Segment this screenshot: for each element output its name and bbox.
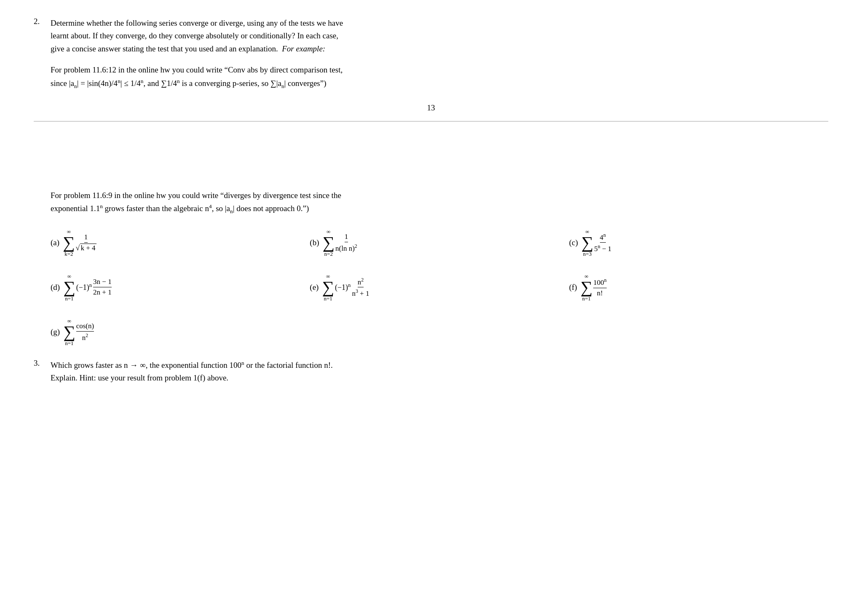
series-c-fraction: 4n 5n − 1 bbox=[594, 232, 611, 253]
spacer bbox=[34, 130, 828, 181]
series-row-3: (g) ∞ ∑ n=1 cos(n) n2 bbox=[51, 318, 828, 346]
series-item-e: (e) ∞ ∑ n=1 (−1)n n2 n3 + 1 bbox=[310, 273, 569, 301]
sup-n4: n bbox=[177, 78, 180, 84]
series-g-fraction: cos(n) n2 bbox=[76, 322, 94, 342]
problem-3-number: 3. bbox=[34, 359, 40, 367]
series-e-sigma: ∞ ∑ n=1 bbox=[322, 273, 334, 301]
series-label-b: (b) bbox=[310, 238, 319, 247]
problem-3-line1: Which grows faster as n → ∞, the exponen… bbox=[51, 359, 828, 372]
sup-n2: n bbox=[118, 78, 120, 84]
series-d-sigma: ∞ ∑ n=1 bbox=[63, 273, 75, 301]
sub-n1: n bbox=[74, 83, 77, 89]
page: 2. Determine whether the following serie… bbox=[0, 0, 862, 616]
series-b-math: ∞ ∑ n=2 1 n(ln n)2 bbox=[322, 229, 357, 257]
problem-3-section: 3. Which grows faster as n → ∞, the expo… bbox=[34, 359, 828, 385]
series-f-sigma: ∞ ∑ n=1 bbox=[581, 273, 593, 301]
series-item-a: (a) ∞ ∑ k=2 1 √k + 4 bbox=[51, 229, 310, 257]
problem-2-text-line1: Determine whether the following series c… bbox=[51, 17, 828, 29]
problem-2-number: 2. bbox=[34, 17, 40, 26]
series-label-c: (c) bbox=[569, 238, 578, 247]
series-b-sigma: ∞ ∑ n=2 bbox=[322, 229, 335, 257]
problem-2-text-line3: give a concise answer stating the test t… bbox=[51, 43, 828, 55]
problem-2-text-line2: learnt about. If they converge, do they … bbox=[51, 29, 828, 42]
example-line1: For problem 11.6:12 in the online hw you… bbox=[51, 64, 828, 76]
series-item-b: (b) ∞ ∑ n=2 1 n(ln n)2 bbox=[310, 229, 569, 257]
series-d-math: ∞ ∑ n=1 (−1)n 3n − 1 2n + 1 bbox=[63, 273, 112, 301]
problem-2-section: 2. Determine whether the following serie… bbox=[34, 17, 828, 55]
sub-n5: n bbox=[281, 83, 284, 89]
series-label-g: (g) bbox=[51, 327, 60, 337]
for-example-italic: For example: bbox=[282, 44, 325, 53]
series-g-math: ∞ ∑ n=1 cos(n) n2 bbox=[63, 318, 94, 346]
sup-n-exp: n bbox=[100, 203, 103, 209]
series-a-math: ∞ ∑ k=2 1 √k + 4 bbox=[63, 229, 96, 257]
series-label-f: (f) bbox=[569, 283, 577, 292]
series-label-a: (a) bbox=[51, 238, 59, 247]
series-item-d: (d) ∞ ∑ n=1 (−1)n 3n − 1 2n + 1 bbox=[51, 273, 310, 301]
series-a-sigma: ∞ ∑ k=2 bbox=[63, 229, 75, 257]
series-label-e: (e) bbox=[310, 283, 319, 292]
series-item-c: (c) ∞ ∑ n=3 4n 5n − 1 bbox=[569, 229, 828, 257]
example-block-1: For problem 11.6:12 in the online hw you… bbox=[51, 64, 828, 91]
example2-line1: For problem 11.6:9 in the online hw you … bbox=[51, 189, 828, 202]
problem-3-line2: Explain. Hint: use your result from prob… bbox=[51, 372, 828, 384]
example2-line2: exponential 1.1n grows faster than the a… bbox=[51, 202, 828, 216]
series-f-math: ∞ ∑ n=1 100n n! bbox=[581, 273, 607, 301]
series-a-fraction: 1 √k + 4 bbox=[76, 233, 96, 252]
page-divider bbox=[34, 121, 828, 122]
page-number: 13 bbox=[34, 103, 828, 112]
series-d-fraction: 3n − 1 2n + 1 bbox=[93, 278, 112, 297]
sub-n-ex2: n bbox=[230, 208, 233, 214]
series-e-fraction: n2 n3 + 1 bbox=[352, 277, 369, 298]
series-row-1: (a) ∞ ∑ k=2 1 √k + 4 (b) ∞ bbox=[51, 229, 828, 257]
series-label-d: (d) bbox=[51, 283, 60, 292]
sup-4-alg: 4 bbox=[209, 203, 212, 209]
sup-n3: n bbox=[141, 78, 144, 84]
series-item-f: (f) ∞ ∑ n=1 100n n! bbox=[569, 273, 828, 301]
series-e-math: ∞ ∑ n=1 (−1)n n2 n3 + 1 bbox=[322, 273, 369, 301]
series-f-fraction: 100n n! bbox=[593, 277, 606, 297]
series-b-fraction: 1 n(ln n)2 bbox=[335, 233, 357, 253]
series-row-2: (d) ∞ ∑ n=1 (−1)n 3n − 1 2n + 1 (e) ∞ bbox=[51, 273, 828, 301]
series-c-math: ∞ ∑ n=3 4n 5n − 1 bbox=[581, 229, 612, 257]
series-g-sigma: ∞ ∑ n=1 bbox=[63, 318, 75, 346]
series-item-g: (g) ∞ ∑ n=1 cos(n) n2 bbox=[51, 318, 160, 346]
series-c-sigma: ∞ ∑ n=3 bbox=[581, 229, 594, 257]
example-line2: since |an| = |sin(4n)/4n| ≤ 1/4n, and ∑1… bbox=[51, 77, 828, 91]
example-block-2: For problem 11.6:9 in the online hw you … bbox=[51, 189, 828, 216]
